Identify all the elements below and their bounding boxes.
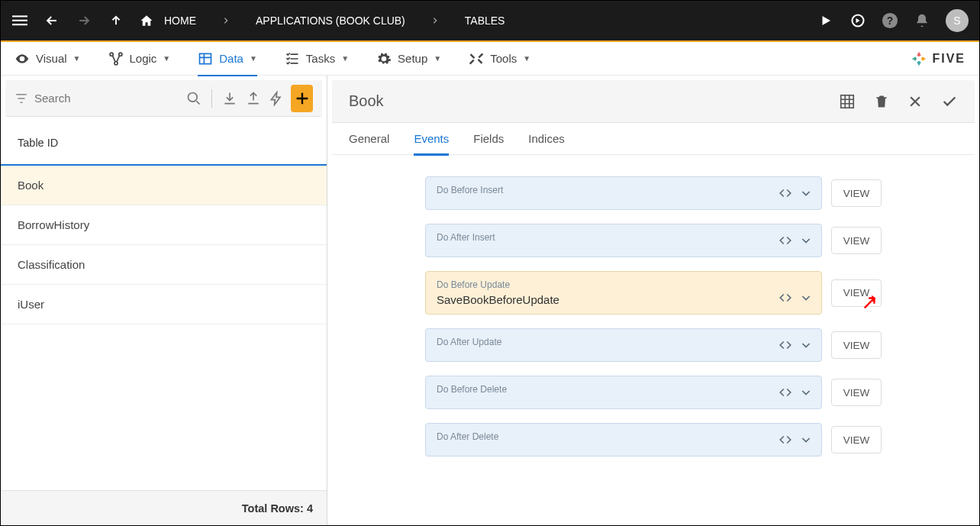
breadcrumb-home[interactable]: HOME <box>140 14 196 27</box>
sidebar-toolbar <box>5 80 322 117</box>
svg-point-7 <box>118 53 121 56</box>
lightning-icon[interactable] <box>268 88 285 109</box>
breadcrumb-apps[interactable]: APPLICATIONS (BOOK CLUB) <box>256 15 405 27</box>
tab-events[interactable]: Events <box>414 123 449 155</box>
view-button[interactable]: VIEW <box>831 279 882 307</box>
event-do-after-update[interactable]: Do After Update <box>425 328 822 362</box>
nav-data[interactable]: Data ▼ <box>198 42 257 76</box>
hamburger-icon[interactable] <box>11 12 28 29</box>
event-label: Do Before Update <box>437 279 811 290</box>
table-icon <box>198 51 213 66</box>
code-icon[interactable] <box>779 338 792 352</box>
trash-icon[interactable] <box>874 94 889 109</box>
eye-icon <box>15 51 30 66</box>
code-icon[interactable] <box>779 186 792 200</box>
view-button[interactable]: VIEW <box>831 179 882 207</box>
code-icon[interactable] <box>779 291 792 305</box>
chevron-down-icon[interactable] <box>800 339 812 351</box>
breadcrumb-label: HOME <box>164 15 196 27</box>
bell-icon[interactable] <box>914 12 930 29</box>
tabbar: General Events Fields Indices <box>332 123 975 155</box>
breadcrumb-tables[interactable]: TABLES <box>465 15 505 27</box>
events-area: Do Before Insert VIEW Do After Insert <box>327 155 979 525</box>
view-button[interactable]: VIEW <box>831 331 882 359</box>
column-header[interactable]: Table ID <box>1 121 327 166</box>
row-label: Classification <box>18 258 85 271</box>
chevron-down-icon[interactable] <box>800 434 812 446</box>
secondary-nav: Visual ▼ Logic ▼ Data ▼ Tasks ▼ Setup ▼ … <box>1 42 979 76</box>
export-icon[interactable] <box>245 88 262 109</box>
tab-label: Indices <box>528 132 565 145</box>
tab-label: General <box>349 132 389 145</box>
chevron-down-icon[interactable] <box>800 234 812 247</box>
event-do-before-update[interactable]: Do Before Update SaveBookBeforeUpdate <box>425 271 822 315</box>
import-icon[interactable] <box>221 88 238 109</box>
view-button[interactable]: VIEW <box>831 379 882 406</box>
event-do-after-insert[interactable]: Do After Insert <box>425 224 822 257</box>
tab-general[interactable]: General <box>349 123 389 155</box>
event-row: Do Before Delete VIEW <box>344 376 962 409</box>
table-row-borrowhistory[interactable]: BorrowHistory <box>1 205 327 245</box>
up-icon[interactable] <box>108 12 124 29</box>
nav-setup[interactable]: Setup ▼ <box>376 42 441 76</box>
event-do-before-insert[interactable]: Do Before Insert <box>425 176 822 210</box>
search-icon[interactable] <box>185 88 202 109</box>
tasks-icon <box>285 51 300 66</box>
back-icon[interactable] <box>44 12 60 29</box>
brand-logo-icon <box>911 50 927 67</box>
grid-view-icon[interactable] <box>839 93 856 110</box>
event-row: Do After Insert VIEW <box>344 224 962 257</box>
deploy-icon[interactable] <box>849 12 866 29</box>
view-label: VIEW <box>843 188 870 199</box>
chevron-down-icon[interactable] <box>800 187 812 199</box>
nav-logic[interactable]: Logic ▼ <box>108 42 171 76</box>
dropdown-icon: ▼ <box>250 54 257 63</box>
event-do-after-delete[interactable]: Do After Delete <box>425 423 822 457</box>
divider <box>211 89 212 108</box>
code-icon[interactable] <box>779 234 792 247</box>
code-icon[interactable] <box>779 386 792 399</box>
avatar[interactable]: S <box>946 9 969 32</box>
avatar-initial: S <box>953 15 960 27</box>
table-row-iuser[interactable]: iUser <box>1 285 327 324</box>
table-row-book[interactable]: Book <box>1 166 327 205</box>
breadcrumb-label: APPLICATIONS (BOOK CLUB) <box>256 15 405 27</box>
chevron-right-icon <box>431 17 439 24</box>
logic-icon <box>108 51 124 66</box>
tab-fields[interactable]: Fields <box>473 123 504 155</box>
dropdown-icon: ▼ <box>163 54 170 63</box>
code-icon[interactable] <box>779 433 792 447</box>
nav-visual[interactable]: Visual ▼ <box>15 42 81 76</box>
svg-point-10 <box>189 92 198 102</box>
table-list: Book BorrowHistory Classification iUser <box>1 166 327 490</box>
close-icon[interactable] <box>907 94 923 109</box>
view-label: VIEW <box>843 387 870 399</box>
sidebar-footer: Total Rows: 4 <box>1 490 327 525</box>
event-row: Do After Delete VIEW <box>344 423 962 457</box>
nav-tools[interactable]: Tools ▼ <box>469 42 530 76</box>
view-button[interactable]: VIEW <box>831 426 882 453</box>
view-button[interactable]: VIEW <box>831 227 882 254</box>
home-icon <box>140 14 153 27</box>
table-row-classification[interactable]: Classification <box>1 245 327 285</box>
sidebar: Table ID Book BorrowHistory Classificati… <box>1 76 327 525</box>
play-icon[interactable] <box>817 12 834 29</box>
svg-point-6 <box>110 53 113 56</box>
chevron-down-icon[interactable] <box>800 292 812 304</box>
filter-icon[interactable] <box>15 92 28 105</box>
search-input[interactable] <box>34 92 179 105</box>
brand: FIVE <box>911 50 965 67</box>
help-icon[interactable]: ? <box>882 12 898 29</box>
check-icon[interactable] <box>941 93 958 110</box>
view-label: VIEW <box>843 434 870 446</box>
nav-label: Logic <box>130 52 157 65</box>
add-button[interactable] <box>291 85 313 112</box>
tab-indices[interactable]: Indices <box>528 123 565 155</box>
nav-label: Data <box>219 52 243 65</box>
content: Book General Events Fields Indices <box>327 76 979 525</box>
row-label: BorrowHistory <box>18 218 89 231</box>
svg-text:?: ? <box>887 15 893 27</box>
nav-tasks[interactable]: Tasks ▼ <box>285 42 349 76</box>
event-do-before-delete[interactable]: Do Before Delete <box>425 376 822 409</box>
chevron-down-icon[interactable] <box>800 386 812 399</box>
